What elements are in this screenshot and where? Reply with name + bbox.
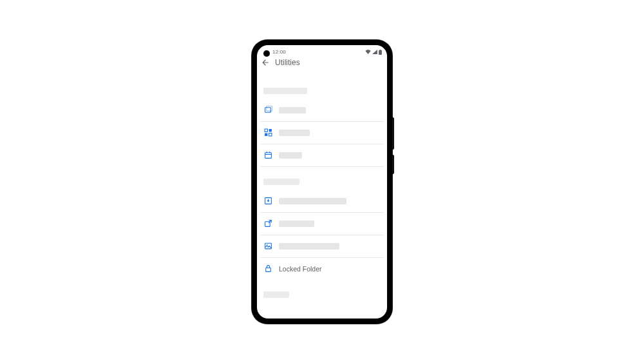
item-label-placeholder xyxy=(279,130,310,136)
image-icon xyxy=(263,242,272,251)
svg-rect-4 xyxy=(265,129,267,132)
status-icons xyxy=(365,50,382,55)
item-label: Locked Folder xyxy=(279,265,322,273)
section-header xyxy=(263,179,299,185)
svg-rect-7 xyxy=(269,133,271,136)
frame-icon xyxy=(263,106,272,115)
battery-icon xyxy=(379,50,382,55)
volume-button xyxy=(392,117,394,150)
list-item[interactable] xyxy=(261,213,383,235)
list-item[interactable] xyxy=(261,144,383,167)
svg-rect-3 xyxy=(266,106,272,112)
svg-rect-16 xyxy=(265,268,270,271)
screen: 12:00 Utilities xyxy=(257,45,387,319)
section-header xyxy=(263,88,307,94)
svg-point-15 xyxy=(267,244,268,246)
content: Locked Folder xyxy=(257,88,387,298)
item-label-placeholder xyxy=(279,152,302,159)
phone-frame: 12:00 Utilities xyxy=(252,40,392,324)
item-label-placeholder xyxy=(279,107,306,113)
back-button[interactable] xyxy=(261,58,270,67)
item-label-placeholder xyxy=(279,243,339,250)
item-label-placeholder xyxy=(279,198,346,204)
item-label-placeholder xyxy=(279,221,314,227)
svg-rect-2 xyxy=(265,108,270,113)
svg-rect-8 xyxy=(265,153,271,159)
grid-icon xyxy=(263,128,272,137)
svg-rect-5 xyxy=(269,129,271,132)
list-item[interactable] xyxy=(261,190,383,213)
calendar-icon xyxy=(263,151,272,160)
list-item[interactable] xyxy=(261,235,383,258)
section-header xyxy=(263,291,289,298)
status-time: 12:00 xyxy=(272,49,286,55)
export-icon xyxy=(263,219,272,228)
cellular-icon xyxy=(372,50,377,54)
power-button xyxy=(392,155,394,174)
list-item[interactable] xyxy=(261,122,383,144)
page-title: Utilities xyxy=(275,58,300,67)
list-item-locked-folder[interactable]: Locked Folder xyxy=(261,258,383,280)
arrow-left-icon xyxy=(261,58,270,67)
wifi-icon xyxy=(365,50,371,54)
svg-rect-1 xyxy=(380,50,381,50)
lock-icon xyxy=(263,264,272,273)
status-bar: 12:00 xyxy=(257,45,387,59)
download-box-icon xyxy=(263,197,272,206)
front-camera xyxy=(263,50,270,57)
svg-rect-6 xyxy=(265,133,267,136)
svg-rect-0 xyxy=(379,50,382,54)
list-item[interactable] xyxy=(261,99,383,122)
